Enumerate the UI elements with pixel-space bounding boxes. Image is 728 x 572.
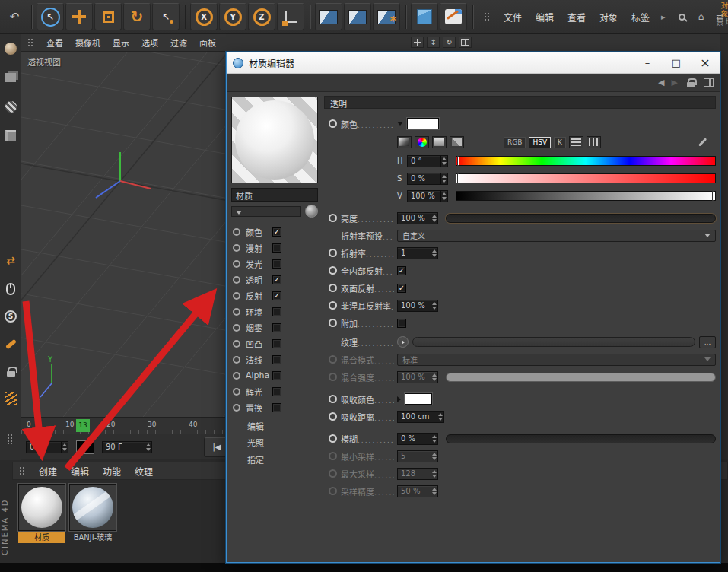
render-settings-button[interactable]	[373, 3, 400, 30]
toggle-view-button[interactable]	[459, 37, 472, 48]
preview-range-box[interactable]	[76, 440, 94, 454]
rgb-mode-button[interactable]: RGB	[504, 137, 526, 148]
mix-mode-dropdown[interactable]: 标准	[397, 354, 716, 366]
channel-row-transparency[interactable]: 透明	[231, 272, 319, 288]
rotate-view-button[interactable]: ↻	[443, 37, 456, 48]
viewport-menu-options[interactable]: 选项	[141, 37, 158, 49]
start-frame-field[interactable]: 0	[26, 441, 68, 453]
end-frame-field[interactable]: 90 F	[102, 441, 152, 453]
channel-row-luminance[interactable]: 发光	[231, 256, 319, 272]
absorption-color-swatch[interactable]	[405, 393, 432, 405]
material-pen-tool[interactable]	[2, 40, 20, 58]
channel-state-icon[interactable]	[329, 119, 337, 128]
zoom-view-button[interactable]: ↕	[427, 37, 440, 48]
manager-menu-edit[interactable]: 编辑	[71, 465, 89, 478]
channel-checkbox[interactable]	[272, 291, 281, 300]
lock-x-axis-button[interactable]: X	[190, 3, 218, 30]
menu-edit[interactable]: 编辑	[536, 11, 554, 24]
render-view-button[interactable]	[315, 3, 342, 30]
spinner-arrows-icon[interactable]	[440, 156, 447, 167]
channel-checkbox[interactable]	[272, 387, 281, 396]
sliders-mode-button[interactable]	[569, 136, 583, 148]
preview-shape-button[interactable]	[305, 205, 318, 218]
channel-row-reflectance[interactable]: 反射	[231, 288, 319, 303]
viewport-menu-panel[interactable]: 面板	[199, 37, 216, 49]
image-picker-button[interactable]	[450, 136, 464, 148]
layout-panes-icon[interactable]	[704, 78, 714, 87]
spinner-arrows-icon[interactable]	[431, 469, 437, 479]
channel-checkbox[interactable]	[272, 403, 281, 412]
knife-tool[interactable]	[2, 335, 20, 353]
manager-menu-create[interactable]: 创建	[39, 465, 57, 478]
channel-row-environment[interactable]: 环境	[231, 303, 319, 319]
rotate-tool-button[interactable]: ↻	[123, 3, 151, 30]
material-name-label[interactable]: BANJI-玻璃	[69, 532, 116, 543]
material-preview-image[interactable]	[69, 484, 116, 531]
section-edit[interactable]: 编辑	[231, 419, 319, 436]
channel-checkbox[interactable]	[272, 227, 281, 237]
swap-axes-tool[interactable]: ⇄	[2, 251, 20, 269]
absorption-distance-field[interactable]: 100 cm	[397, 411, 444, 423]
eyedropper-icon[interactable]	[698, 137, 710, 148]
hsv-mode-button[interactable]: HSV	[529, 137, 551, 148]
min-samples-field[interactable]: 5	[397, 450, 438, 462]
dock-tab-objects[interactable]: 对象	[719, 2, 728, 18]
channel-checkbox[interactable]	[272, 371, 281, 380]
menu-overflow-icon[interactable]: ▸	[661, 12, 666, 22]
history-back-button[interactable]: ◀	[658, 78, 664, 87]
double-sided-checkbox[interactable]	[397, 284, 406, 293]
saturation-field[interactable]: 0 %	[407, 173, 448, 185]
move-tool-button[interactable]	[65, 3, 93, 30]
last-tool-button[interactable]: ↖	[152, 3, 180, 30]
channel-checkbox[interactable]	[272, 339, 281, 348]
texture-path-field[interactable]	[412, 337, 695, 347]
channel-state-icon[interactable]	[329, 469, 337, 478]
channel-row-glow[interactable]: 辉光	[231, 383, 319, 399]
mix-strength-field[interactable]: 100 %	[397, 371, 438, 383]
k-mode-button[interactable]: K	[554, 137, 566, 148]
spinner-arrows-icon[interactable]	[145, 442, 151, 453]
channel-row-color[interactable]: 颜色	[231, 224, 319, 240]
texture-browse-button[interactable]: ...	[699, 336, 716, 348]
manager-menu-function[interactable]: 功能	[103, 465, 121, 478]
pan-view-button[interactable]	[411, 37, 424, 48]
spinner-arrows-icon[interactable]	[431, 372, 437, 383]
hue-gradient-bar[interactable]	[456, 156, 716, 166]
mix-strength-slider[interactable]	[446, 373, 716, 382]
viewport-menu-filter[interactable]: 过滤	[170, 37, 187, 49]
scale-tool-button[interactable]	[94, 3, 122, 30]
internal-reflection-checkbox[interactable]	[397, 266, 406, 275]
channel-checkbox[interactable]	[272, 259, 281, 269]
material-name-field[interactable]: 材质	[231, 188, 318, 202]
section-assign[interactable]: 指定	[231, 453, 319, 469]
expand-triangle-icon[interactable]	[397, 396, 401, 402]
home-button[interactable]: ⌂	[695, 10, 708, 24]
channel-row-fog[interactable]: 烟雾	[231, 319, 319, 335]
channel-checkbox[interactable]	[272, 275, 281, 284]
lock-z-axis-button[interactable]: Z	[248, 3, 275, 30]
mixer-mode-button[interactable]	[587, 136, 601, 148]
spinner-arrows-icon[interactable]	[431, 486, 437, 497]
refraction-field[interactable]: 1	[397, 247, 438, 259]
saturation-marker[interactable]	[457, 173, 459, 183]
channel-checkbox[interactable]	[272, 243, 281, 253]
hue-field[interactable]: 0 °	[407, 155, 448, 167]
manager-menu-texture[interactable]: 纹理	[135, 465, 153, 478]
snap-tool[interactable]: S	[2, 307, 20, 326]
channel-row-alpha[interactable]: Alpha	[231, 367, 319, 383]
blurriness-field[interactable]: 0 %	[397, 433, 438, 445]
spinner-arrows-icon[interactable]	[431, 248, 437, 259]
lock-icon[interactable]	[687, 78, 695, 87]
channel-state-icon[interactable]	[329, 395, 337, 403]
spinner-arrows-icon[interactable]	[440, 191, 447, 202]
brightness-field[interactable]: 100 %	[397, 212, 438, 224]
model-mode-tool[interactable]	[2, 68, 20, 87]
additive-checkbox[interactable]	[397, 319, 406, 328]
channel-row-diffusion[interactable]: 漫射	[231, 240, 319, 256]
material-preview-area[interactable]	[231, 97, 318, 183]
section-illumination[interactable]: 光照	[231, 436, 319, 453]
history-forward-button[interactable]: ▶	[672, 78, 678, 87]
refraction-preset-dropdown[interactable]: 自定义	[397, 230, 716, 242]
channel-state-icon[interactable]	[329, 412, 337, 421]
lock-tool[interactable]	[2, 362, 20, 380]
